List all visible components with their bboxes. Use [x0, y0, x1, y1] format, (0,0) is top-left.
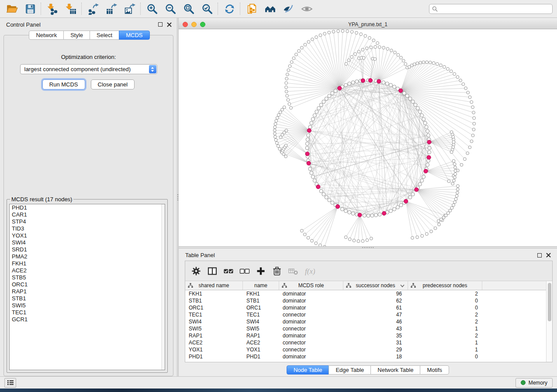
leaf-node[interactable]: [288, 65, 291, 68]
cell-MCDS-role[interactable]: dominator: [279, 353, 343, 360]
cell-shared-name[interactable]: SWI5: [185, 325, 243, 332]
leaf-node[interactable]: [470, 100, 473, 103]
network-node[interactable]: [331, 92, 334, 95]
network-node[interactable]: [311, 175, 315, 179]
network-node[interactable]: [402, 92, 406, 95]
table-scrollbar-thumb[interactable]: [548, 283, 551, 321]
network-node[interactable]: [418, 182, 422, 186]
cell-shared-name[interactable]: ACE2: [185, 339, 243, 346]
cell-name[interactable]: STB1: [243, 297, 279, 304]
search-network-button[interactable]: [261, 1, 279, 16]
mcds-hub-node[interactable]: [336, 205, 339, 209]
network-node[interactable]: [331, 201, 334, 204]
mcds-result-item[interactable]: TID3: [10, 225, 165, 232]
leaf-node[interactable]: [421, 234, 424, 237]
leaf-node[interactable]: [370, 237, 373, 240]
network-node[interactable]: [311, 117, 315, 121]
memory-button[interactable]: Memory: [515, 378, 553, 388]
leaf-node[interactable]: [347, 59, 350, 62]
network-node[interactable]: [370, 214, 374, 217]
column-header-successor-nodes[interactable]: successor nodes: [343, 281, 408, 290]
leaf-node[interactable]: [453, 201, 457, 204]
network-node[interactable]: [396, 206, 399, 209]
leaf-node[interactable]: [472, 111, 475, 114]
leaf-node[interactable]: [278, 148, 281, 151]
leaf-node[interactable]: [472, 128, 475, 131]
network-node[interactable]: [344, 83, 348, 87]
mcds-hub-node[interactable]: [316, 185, 320, 189]
delete-column-button[interactable]: [269, 263, 285, 279]
network-node[interactable]: [313, 179, 316, 182]
deselect-all-columns-button[interactable]: [236, 263, 253, 279]
cell-predecessor-nodes[interactable]: 2: [408, 332, 482, 339]
cell-shared-name[interactable]: FKH1: [185, 290, 243, 297]
leaf-node[interactable]: [287, 69, 290, 72]
cell-successor-nodes[interactable]: 46: [343, 318, 408, 325]
mcds-result-item[interactable]: RAP1: [10, 288, 165, 295]
leaf-node[interactable]: [281, 108, 284, 111]
cell-MCDS-role[interactable]: dominator: [279, 304, 343, 311]
leaf-node[interactable]: [471, 134, 474, 137]
table-row[interactable]: SWI5SWI5connector431: [185, 325, 546, 332]
network-node[interactable]: [305, 142, 309, 145]
open-file-button[interactable]: [3, 1, 21, 16]
network-node[interactable]: [378, 213, 381, 216]
leaf-node[interactable]: [464, 87, 467, 90]
network-node[interactable]: [340, 207, 344, 211]
cell-shared-name[interactable]: ORC1: [185, 304, 243, 311]
leaf-node[interactable]: [285, 77, 288, 80]
leaf-node[interactable]: [400, 56, 403, 59]
leaf-node[interactable]: [459, 79, 462, 82]
leaf-node[interactable]: [430, 230, 433, 233]
leaf-node[interactable]: [473, 117, 476, 120]
leaf-node[interactable]: [307, 236, 310, 239]
mcds-hub-node[interactable]: [338, 86, 342, 90]
leaf-node[interactable]: [311, 239, 314, 242]
close-panel-icon[interactable]: [167, 22, 172, 27]
leaf-node[interactable]: [315, 242, 318, 245]
leaf-node[interactable]: [397, 53, 400, 56]
network-node[interactable]: [325, 97, 328, 100]
network-node[interactable]: [367, 214, 370, 217]
network-node[interactable]: [420, 113, 424, 117]
leaf-node[interactable]: [456, 76, 459, 79]
leaf-node[interactable]: [438, 223, 441, 226]
cell-predecessor-nodes[interactable]: 1: [408, 346, 482, 353]
export-image-button[interactable]: [121, 1, 139, 16]
leaf-node[interactable]: [288, 103, 291, 106]
leaf-node[interactable]: [452, 159, 455, 162]
horizontal-splitter[interactable]: [179, 246, 557, 248]
leaf-node[interactable]: [353, 239, 356, 242]
mcds-list-scrollbar[interactable]: [161, 204, 165, 370]
network-node[interactable]: [374, 213, 378, 217]
cell-name[interactable]: FKH1: [243, 290, 279, 297]
network-node[interactable]: [307, 134, 310, 137]
cell-name[interactable]: ACE2: [243, 339, 279, 346]
mcds-result-item[interactable]: GCR1: [10, 316, 165, 323]
cell-shared-name[interactable]: TEC1: [185, 311, 243, 318]
leaf-node[interactable]: [307, 41, 310, 44]
leaf-node[interactable]: [413, 63, 416, 66]
column-header-shared-name[interactable]: shared name: [185, 281, 243, 290]
leaf-node[interactable]: [374, 58, 377, 61]
leaf-node[interactable]: [416, 62, 419, 65]
cell-MCDS-role[interactable]: connector: [279, 311, 343, 318]
network-node[interactable]: [420, 179, 424, 182]
select-all-columns-button[interactable]: [220, 263, 236, 279]
leaf-node[interactable]: [355, 31, 358, 34]
leaf-node[interactable]: [319, 34, 322, 37]
leaf-node[interactable]: [276, 117, 279, 120]
cell-successor-nodes[interactable]: 43: [343, 325, 408, 332]
table-row[interactable]: RAP1RAP1dominator352: [185, 332, 546, 339]
mcds-hub-node[interactable]: [361, 79, 365, 83]
network-node[interactable]: [328, 94, 331, 98]
leaf-node[interactable]: [394, 51, 397, 54]
mcds-result-item[interactable]: ACE2: [10, 267, 165, 274]
leaf-node[interactable]: [284, 144, 287, 147]
leaf-node[interactable]: [354, 52, 357, 55]
table-settings-button[interactable]: [188, 263, 204, 279]
cell-predecessor-nodes[interactable]: 2: [408, 318, 482, 325]
network-node[interactable]: [351, 212, 355, 215]
leaf-node[interactable]: [286, 73, 289, 76]
leaf-node[interactable]: [456, 191, 459, 194]
